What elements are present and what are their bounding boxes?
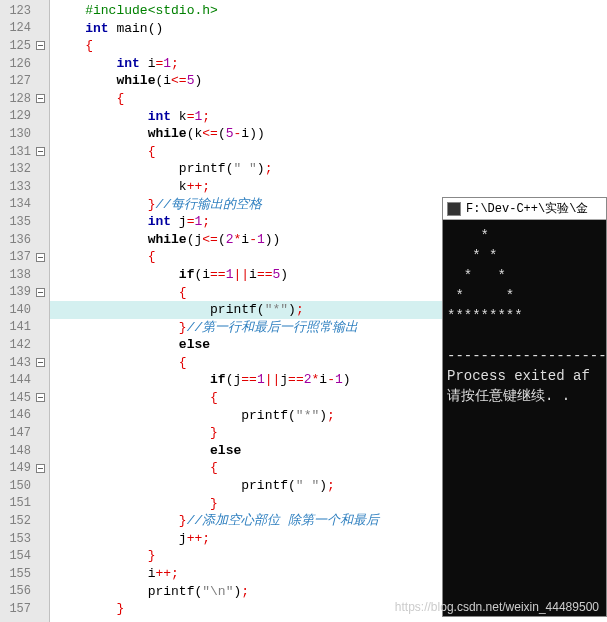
token: )	[257, 126, 265, 141]
token: ++	[155, 566, 171, 581]
code-line[interactable]: int k=1;	[50, 108, 607, 126]
token: }	[148, 548, 156, 563]
gutter-line: 131	[0, 143, 49, 161]
fold-control	[34, 515, 47, 528]
line-number: 145	[3, 391, 31, 405]
code-line[interactable]: {	[50, 37, 607, 55]
token	[54, 91, 116, 106]
fold-control	[34, 233, 47, 246]
fold-minus-icon[interactable]	[36, 393, 45, 402]
gutter-line: 129	[0, 108, 49, 126]
gutter-line: 124	[0, 20, 49, 38]
fold-minus-icon[interactable]	[36, 147, 45, 156]
console-titlebar[interactable]: F:\Dev-C++\实验\金	[443, 198, 606, 220]
token: 2	[304, 372, 312, 387]
token	[54, 109, 148, 124]
line-number: 154	[3, 549, 31, 563]
token: ;	[241, 584, 249, 599]
token: 1	[257, 372, 265, 387]
token	[54, 390, 210, 405]
fold-minus-icon[interactable]	[36, 464, 45, 473]
line-number: 129	[3, 109, 31, 123]
gutter-line: 142	[0, 336, 49, 354]
line-number: 156	[3, 584, 31, 598]
line-number: 153	[3, 532, 31, 546]
line-number: 146	[3, 408, 31, 422]
line-number: 127	[3, 74, 31, 88]
fold-control	[34, 110, 47, 123]
gutter-line: 147	[0, 424, 49, 442]
fold-control	[34, 497, 47, 510]
token: ;	[171, 56, 179, 71]
token: {	[210, 460, 218, 475]
token	[54, 337, 179, 352]
token: i	[241, 232, 249, 247]
token: i	[319, 372, 327, 387]
fold-control	[34, 163, 47, 176]
token: i	[202, 267, 210, 282]
fold-minus-icon[interactable]	[36, 253, 45, 262]
fold-minus-icon[interactable]	[36, 94, 45, 103]
line-number: 126	[3, 57, 31, 71]
fold-minus-icon[interactable]	[36, 288, 45, 297]
line-number: 125	[3, 39, 31, 53]
token: ;	[327, 408, 335, 423]
line-number: 137	[3, 250, 31, 264]
token: )	[319, 408, 327, 423]
token: i	[241, 126, 249, 141]
fold-control[interactable]	[34, 92, 47, 105]
token	[54, 478, 241, 493]
line-number: 138	[3, 268, 31, 282]
token	[54, 56, 116, 71]
gutter-line: 139	[0, 284, 49, 302]
token: ==	[288, 372, 304, 387]
fold-control[interactable]	[34, 145, 47, 158]
code-line[interactable]: {	[50, 143, 607, 161]
gutter-line: 133	[0, 178, 49, 196]
code-line[interactable]: k++;	[50, 178, 607, 196]
token: )	[343, 372, 351, 387]
token: while	[148, 126, 187, 141]
token: printf	[179, 161, 226, 176]
token	[54, 443, 210, 458]
token: ==	[257, 267, 273, 282]
fold-control[interactable]	[34, 356, 47, 369]
console-output: * * * * * * * ********* ----------------…	[443, 220, 606, 412]
token: #include<stdio.h>	[85, 3, 218, 18]
token: }	[116, 601, 124, 616]
gutter-line: 143	[0, 354, 49, 372]
fold-control[interactable]	[34, 391, 47, 404]
code-line[interactable]: #include<stdio.h>	[50, 2, 607, 20]
token: {	[148, 144, 156, 159]
token: else	[210, 443, 241, 458]
code-line[interactable]: while(i<=5)	[50, 72, 607, 90]
fold-minus-icon[interactable]	[36, 358, 45, 367]
token: i	[163, 73, 171, 88]
fold-control[interactable]	[34, 251, 47, 264]
token: 2	[226, 232, 234, 247]
fold-control	[34, 198, 47, 211]
token	[54, 73, 116, 88]
code-line[interactable]: while(k<=(5-i))	[50, 125, 607, 143]
fold-control	[34, 75, 47, 88]
code-line[interactable]: int i=1;	[50, 55, 607, 73]
fold-control	[34, 444, 47, 457]
token	[54, 513, 179, 528]
token	[54, 214, 148, 229]
gutter-line: 140	[0, 301, 49, 319]
token: j	[171, 214, 187, 229]
code-line[interactable]: {	[50, 90, 607, 108]
token: else	[179, 337, 210, 352]
token	[54, 285, 179, 300]
token: }	[210, 496, 218, 511]
code-line[interactable]: printf(" ");	[50, 160, 607, 178]
gutter-line: 127	[0, 72, 49, 90]
fold-control	[34, 4, 47, 17]
token: " "	[296, 478, 319, 493]
fold-control[interactable]	[34, 39, 47, 52]
fold-control[interactable]	[34, 462, 47, 475]
fold-minus-icon[interactable]	[36, 41, 45, 50]
code-line[interactable]: int main()	[50, 20, 607, 38]
fold-control[interactable]	[34, 286, 47, 299]
token: "*"	[265, 302, 288, 317]
